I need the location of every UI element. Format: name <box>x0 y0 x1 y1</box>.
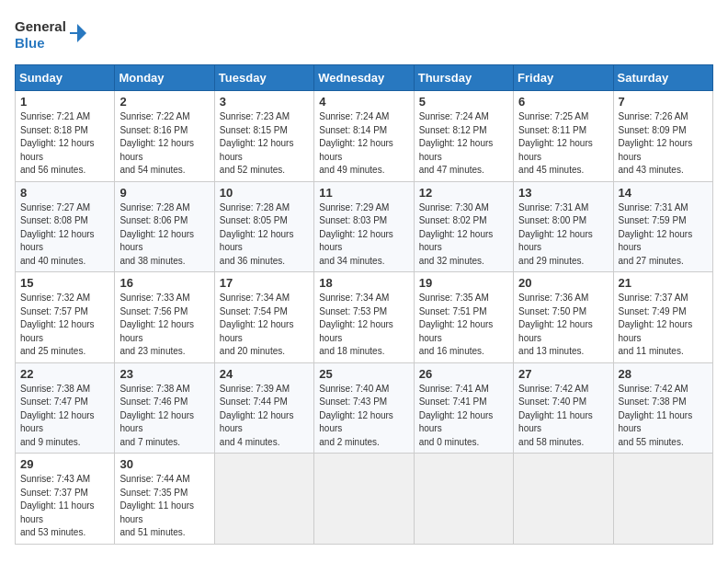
day-number: 23 <box>119 367 209 381</box>
day-info: Sunrise: 7:42 AMSunset: 7:40 PMDaylight:… <box>518 383 608 450</box>
calendar-cell: 6 Sunrise: 7:25 AMSunset: 8:11 PMDayligh… <box>514 91 613 182</box>
day-number: 1 <box>20 95 109 109</box>
calendar-cell: 8 Sunrise: 7:27 AMSunset: 8:08 PMDayligh… <box>16 181 115 272</box>
calendar-cell: 10 Sunrise: 7:28 AMSunset: 8:05 PMDaylig… <box>214 181 313 272</box>
day-info: Sunrise: 7:42 AMSunset: 7:38 PMDaylight:… <box>619 383 708 450</box>
calendar-cell: 11 Sunrise: 7:29 AMSunset: 8:03 PMDaylig… <box>314 181 414 272</box>
logo: General Blue <box>15 15 88 53</box>
calendar-week-4: 22 Sunrise: 7:38 AMSunset: 7:47 PMDaylig… <box>16 362 713 454</box>
calendar-cell: 3 Sunrise: 7:23 AMSunset: 8:15 PMDayligh… <box>214 91 313 182</box>
day-number: 2 <box>119 95 209 109</box>
day-number: 30 <box>119 457 209 471</box>
calendar-cell: 27 Sunrise: 7:42 AMSunset: 7:40 PMDaylig… <box>514 362 613 454</box>
day-info: Sunrise: 7:43 AMSunset: 7:37 PMDaylight:… <box>20 473 109 540</box>
day-number: 27 <box>518 367 608 381</box>
calendar-cell: 21 Sunrise: 7:37 AMSunset: 7:49 PMDaylig… <box>613 272 712 363</box>
calendar-cell: 25 Sunrise: 7:40 AMSunset: 7:43 PMDaylig… <box>314 362 414 454</box>
calendar-cell: 7 Sunrise: 7:26 AMSunset: 8:09 PMDayligh… <box>613 91 712 182</box>
day-info: Sunrise: 7:44 AMSunset: 7:35 PMDaylight:… <box>119 473 209 540</box>
day-number: 26 <box>419 367 508 381</box>
day-info: Sunrise: 7:32 AMSunset: 7:57 PMDaylight:… <box>20 292 109 359</box>
weekday-header-wednesday: Wednesday <box>314 65 414 91</box>
calendar-week-5: 29 Sunrise: 7:43 AMSunset: 7:37 PMDaylig… <box>16 454 713 545</box>
day-info: Sunrise: 7:34 AMSunset: 7:54 PMDaylight:… <box>220 292 309 359</box>
day-number: 19 <box>419 276 508 290</box>
day-info: Sunrise: 7:39 AMSunset: 7:44 PMDaylight:… <box>220 383 309 450</box>
day-number: 4 <box>319 95 408 109</box>
day-number: 9 <box>119 186 209 200</box>
day-info: Sunrise: 7:25 AMSunset: 8:11 PMDaylight:… <box>518 110 608 178</box>
day-number: 21 <box>619 276 708 290</box>
day-number: 29 <box>20 457 109 471</box>
calendar-cell <box>314 454 414 545</box>
calendar-cell: 22 Sunrise: 7:38 AMSunset: 7:47 PMDaylig… <box>16 362 115 454</box>
day-info: Sunrise: 7:38 AMSunset: 7:46 PMDaylight:… <box>119 383 209 450</box>
day-info: Sunrise: 7:35 AMSunset: 7:51 PMDaylight:… <box>419 292 508 359</box>
calendar-cell: 18 Sunrise: 7:34 AMSunset: 7:53 PMDaylig… <box>314 272 414 363</box>
day-info: Sunrise: 7:31 AMSunset: 7:59 PMDaylight:… <box>619 201 708 269</box>
svg-text:Blue: Blue <box>15 35 45 51</box>
calendar-week-2: 8 Sunrise: 7:27 AMSunset: 8:08 PMDayligh… <box>16 181 713 272</box>
calendar-cell: 29 Sunrise: 7:43 AMSunset: 7:37 PMDaylig… <box>16 454 115 545</box>
svg-marker-2 <box>77 24 86 42</box>
day-info: Sunrise: 7:37 AMSunset: 7:49 PMDaylight:… <box>619 292 708 359</box>
calendar-cell <box>214 454 313 545</box>
calendar-cell: 28 Sunrise: 7:42 AMSunset: 7:38 PMDaylig… <box>613 362 712 454</box>
calendar-cell <box>414 454 513 545</box>
calendar-cell: 14 Sunrise: 7:31 AMSunset: 7:59 PMDaylig… <box>613 181 712 272</box>
weekday-header-monday: Monday <box>115 65 214 91</box>
day-number: 3 <box>220 95 309 109</box>
day-info: Sunrise: 7:29 AMSunset: 8:03 PMDaylight:… <box>319 201 408 269</box>
day-number: 7 <box>619 95 708 109</box>
day-number: 6 <box>518 95 608 109</box>
day-number: 25 <box>319 367 408 381</box>
day-number: 14 <box>619 186 708 200</box>
weekday-header-thursday: Thursday <box>414 65 513 91</box>
calendar-cell: 24 Sunrise: 7:39 AMSunset: 7:44 PMDaylig… <box>214 362 313 454</box>
day-info: Sunrise: 7:26 AMSunset: 8:09 PMDaylight:… <box>619 110 708 178</box>
page-header: General Blue <box>15 15 713 53</box>
weekday-header-tuesday: Tuesday <box>214 65 313 91</box>
day-info: Sunrise: 7:27 AMSunset: 8:08 PMDaylight:… <box>20 201 109 269</box>
calendar-cell: 12 Sunrise: 7:30 AMSunset: 8:02 PMDaylig… <box>414 181 513 272</box>
day-info: Sunrise: 7:28 AMSunset: 8:05 PMDaylight:… <box>220 201 309 269</box>
day-number: 13 <box>518 186 608 200</box>
calendar-cell: 20 Sunrise: 7:36 AMSunset: 7:50 PMDaylig… <box>514 272 613 363</box>
calendar-table: SundayMondayTuesdayWednesdayThursdayFrid… <box>15 64 713 545</box>
calendar-cell: 26 Sunrise: 7:41 AMSunset: 7:41 PMDaylig… <box>414 362 513 454</box>
day-info: Sunrise: 7:22 AMSunset: 8:16 PMDaylight:… <box>119 110 209 178</box>
calendar-week-1: 1 Sunrise: 7:21 AMSunset: 8:18 PMDayligh… <box>16 91 713 182</box>
logo-svg: General Blue <box>15 15 88 53</box>
day-info: Sunrise: 7:33 AMSunset: 7:56 PMDaylight:… <box>119 292 209 359</box>
calendar-cell: 5 Sunrise: 7:24 AMSunset: 8:12 PMDayligh… <box>414 91 513 182</box>
day-number: 11 <box>319 186 408 200</box>
day-number: 8 <box>20 186 109 200</box>
calendar-cell <box>514 454 613 545</box>
weekday-header-sunday: Sunday <box>16 65 115 91</box>
calendar-cell: 23 Sunrise: 7:38 AMSunset: 7:46 PMDaylig… <box>115 362 214 454</box>
day-number: 24 <box>220 367 309 381</box>
calendar-cell <box>613 454 712 545</box>
day-info: Sunrise: 7:38 AMSunset: 7:47 PMDaylight:… <box>20 383 109 450</box>
day-number: 5 <box>419 95 508 109</box>
day-info: Sunrise: 7:24 AMSunset: 8:14 PMDaylight:… <box>319 110 408 178</box>
calendar-cell: 2 Sunrise: 7:22 AMSunset: 8:16 PMDayligh… <box>115 91 214 182</box>
day-info: Sunrise: 7:24 AMSunset: 8:12 PMDaylight:… <box>419 110 508 178</box>
calendar-cell: 30 Sunrise: 7:44 AMSunset: 7:35 PMDaylig… <box>115 454 214 545</box>
day-number: 10 <box>220 186 309 200</box>
weekday-header-friday: Friday <box>514 65 613 91</box>
day-number: 12 <box>419 186 508 200</box>
day-info: Sunrise: 7:28 AMSunset: 8:06 PMDaylight:… <box>119 201 209 269</box>
calendar-cell: 16 Sunrise: 7:33 AMSunset: 7:56 PMDaylig… <box>115 272 214 363</box>
calendar-cell: 4 Sunrise: 7:24 AMSunset: 8:14 PMDayligh… <box>314 91 414 182</box>
calendar-cell: 19 Sunrise: 7:35 AMSunset: 7:51 PMDaylig… <box>414 272 513 363</box>
day-number: 15 <box>20 276 109 290</box>
calendar-cell: 13 Sunrise: 7:31 AMSunset: 8:00 PMDaylig… <box>514 181 613 272</box>
calendar-cell: 15 Sunrise: 7:32 AMSunset: 7:57 PMDaylig… <box>16 272 115 363</box>
calendar-cell: 9 Sunrise: 7:28 AMSunset: 8:06 PMDayligh… <box>115 181 214 272</box>
day-number: 18 <box>319 276 408 290</box>
day-info: Sunrise: 7:23 AMSunset: 8:15 PMDaylight:… <box>220 110 309 178</box>
day-info: Sunrise: 7:36 AMSunset: 7:50 PMDaylight:… <box>518 292 608 359</box>
calendar-cell: 17 Sunrise: 7:34 AMSunset: 7:54 PMDaylig… <box>214 272 313 363</box>
day-info: Sunrise: 7:30 AMSunset: 8:02 PMDaylight:… <box>419 201 508 269</box>
